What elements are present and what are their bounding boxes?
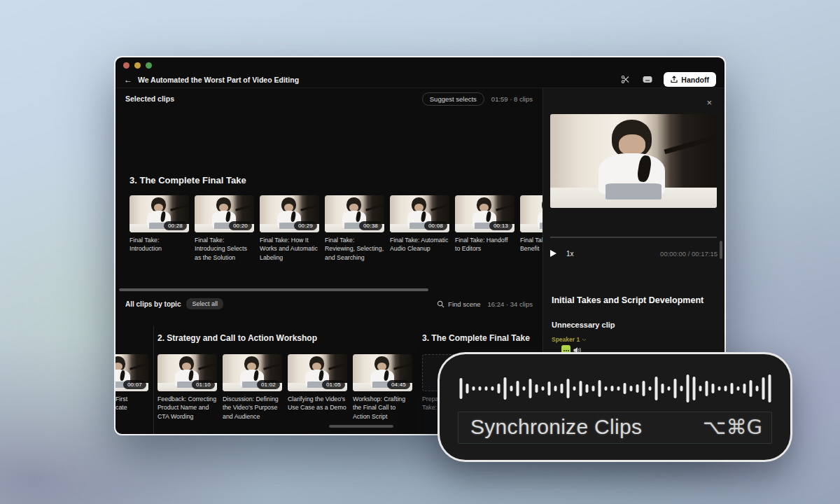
clip-title: Feedback: Correcting Product Name and CT… <box>158 395 217 421</box>
video-preview[interactable] <box>550 114 717 208</box>
clip-duration-badge: 04:45 <box>387 380 410 389</box>
selected-clips-label: Selected clips <box>125 94 174 103</box>
waveform-bar <box>516 381 519 396</box>
handoff-label: Handoff <box>681 76 709 84</box>
zoom-window-button[interactable] <box>146 62 152 69</box>
waveform-bar <box>573 386 575 391</box>
clip-thumbnail[interactable]: 00:38 <box>325 195 384 232</box>
clip-thumbnail[interactable]: 01:02 <box>223 354 282 391</box>
waveform-bar <box>535 384 538 393</box>
clip-thumbnail[interactable]: 00:13 <box>455 195 514 232</box>
clip-thumbnail[interactable]: 00:29 <box>260 195 319 232</box>
minimize-window-button[interactable] <box>134 62 141 69</box>
waveform-bar <box>547 382 550 396</box>
clip-title-line: First <box>115 395 148 403</box>
waveform-bar <box>585 384 588 393</box>
clip-title: Final Take: Automatic Audio Cleanup <box>390 236 449 253</box>
waveform-bar <box>768 374 771 402</box>
speaker-name: Speaker 1 <box>552 336 580 343</box>
clip-title: Clarifying the Video's Use Case as a Dem… <box>288 395 347 412</box>
strategy-clips-row: 01:10Feedback: Correcting Product Name a… <box>158 354 412 421</box>
waveform-bar <box>491 386 493 391</box>
clip-duration-badge: 00:07 <box>123 380 146 389</box>
project-title: We Automated the Worst Part of Video Edi… <box>138 76 299 84</box>
clip-card[interactable]: 00:13Final Take: Handoff to Editors <box>455 195 514 262</box>
vertical-scrollbar[interactable] <box>720 241 722 259</box>
chevron-down-icon <box>582 338 587 342</box>
waveform-bar <box>503 377 506 400</box>
select-all-button[interactable]: Select all <box>186 298 223 309</box>
waveform-bar <box>528 379 531 398</box>
waveform-bar <box>604 386 607 391</box>
waveform-bar <box>497 384 500 393</box>
close-icon[interactable]: × <box>706 98 712 107</box>
clip-thumbnail[interactable] <box>520 195 542 232</box>
waveform-bar <box>680 386 682 391</box>
clip-thumbnail[interactable]: 01:05 <box>288 354 347 391</box>
clip-duration-badge: 01:02 <box>257 380 280 389</box>
play-button[interactable] <box>550 250 556 257</box>
waveform-bar <box>686 374 689 402</box>
clip-card[interactable]: 01:02Discussion: Defining the Video's Pu… <box>223 354 282 421</box>
clip-title: Workshop: Crafting the Final Call to Act… <box>353 395 412 421</box>
waveform-bar <box>648 386 651 391</box>
clip-card[interactable]: 00:20Final Take: Introducing Selects as … <box>195 195 254 262</box>
all-clips-bar: All clips by topic Select all Find scene… <box>115 296 542 312</box>
waveform-bar <box>554 386 556 391</box>
shortcut-keys: ⌥⌘G <box>703 415 762 439</box>
clip-card[interactable]: Final Take: Organize Benefit <box>520 195 542 262</box>
clip-thumbnail[interactable]: 01:10 <box>158 354 217 391</box>
clip-card[interactable]: 00:29Final Take: How It Works and Automa… <box>260 195 319 262</box>
bottom-scroll-indicator[interactable] <box>329 425 393 428</box>
window-controls <box>123 62 152 69</box>
selected-clips-row: 00:28Final Take: Introduction00:20Final … <box>130 195 542 262</box>
search-icon <box>437 300 444 308</box>
clip-card[interactable]: 00:08Final Take: Automatic Audio Cleanup <box>390 195 449 262</box>
find-scene-control[interactable]: Find scene <box>437 300 480 308</box>
clip-thumbnail[interactable]: 00:08 <box>390 195 449 232</box>
waveform-bar <box>673 379 676 398</box>
waveform-bar <box>724 386 727 391</box>
playback-progress-bar[interactable] <box>550 237 717 238</box>
close-window-button[interactable] <box>123 62 130 69</box>
selected-clips-bar: Selected clips Suggest selects 01:59 · 8… <box>115 91 542 106</box>
clip-duration-badge: 00:38 <box>359 221 382 230</box>
clip-thumbnail[interactable]: 04:45 <box>353 354 412 391</box>
clip-thumbnail[interactable]: 00:07 <box>115 354 148 391</box>
back-icon[interactable]: ← <box>124 75 132 85</box>
waveform-bar <box>711 384 714 393</box>
handoff-button[interactable]: Handoff <box>664 72 716 87</box>
clip-thumbnail[interactable]: 00:20 <box>195 195 254 232</box>
clip-duration-badge: 00:28 <box>164 221 187 230</box>
clip-thumbnail[interactable]: 00:28 <box>130 195 189 232</box>
suggest-selects-button[interactable]: Suggest selects <box>422 92 484 106</box>
waveform-bar <box>699 386 701 391</box>
clip-card[interactable]: 00:38Final Take: Reviewing, Selecting, a… <box>325 195 384 262</box>
waveform-bar <box>667 386 670 391</box>
horizontal-scrollbar[interactable] <box>119 288 428 291</box>
video-thumbnail-art <box>520 195 542 232</box>
waveform-bar <box>472 386 475 391</box>
speaker-label[interactable]: Speaker 1 <box>552 336 715 343</box>
chapter-title: Initial Takes and Script Development <box>552 295 713 305</box>
keyboard-icon[interactable] <box>643 76 652 83</box>
clip-card[interactable]: 01:10Feedback: Correcting Product Name a… <box>158 354 217 421</box>
waveform-bar <box>654 377 657 400</box>
clip-title: Final Take: Organize Benefit <box>520 236 542 253</box>
overlay-label-row: Synchronize Clips ⌥⌘G <box>470 412 762 442</box>
waveform-bar <box>510 386 512 391</box>
waveform <box>459 371 771 406</box>
waveform-bar <box>718 386 720 391</box>
playback-speed[interactable]: 1x <box>566 250 574 258</box>
clip-card[interactable]: 00:28Final Take: Introduction <box>130 195 189 262</box>
clip-card[interactable]: 01:05Clarifying the Video's Use Case as … <box>288 354 347 421</box>
find-scene-label: Find scene <box>448 300 480 308</box>
scissors-icon[interactable] <box>621 75 630 84</box>
art-shape <box>606 183 662 200</box>
clip-card[interactable]: 04:45Workshop: Crafting the Final Call t… <box>353 354 412 421</box>
clip-card[interactable]: 00:07Firstcate <box>115 354 148 412</box>
all-clips-label: All clips by topic <box>125 300 181 308</box>
waveform-bar <box>592 386 594 391</box>
clip-title: Final Take: Introducing Selects as the S… <box>195 236 254 262</box>
waveform-bar <box>541 386 544 391</box>
